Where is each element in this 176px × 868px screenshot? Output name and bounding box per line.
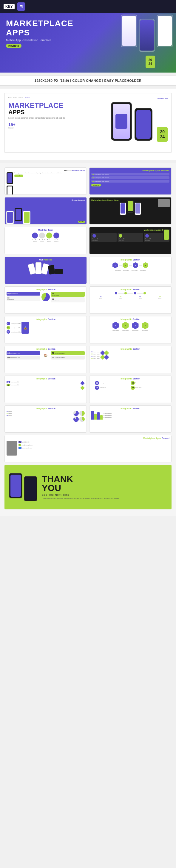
infographic-10: Infographic Section 02 Lorem 03 Lorem 04…: [4, 405, 87, 433]
infographic-11-inner: Infographic Section ● Lorem ipsum ● Lore…: [90, 406, 171, 432]
main-preview-section: Home Contact Features Services Marketpla…: [0, 89, 176, 160]
hex-col-2: 2 Lorem ipsum: [121, 322, 130, 331]
big-hex-3: 3: [132, 322, 139, 329]
hex-col-3: 3 Lorem ipsum: [131, 322, 140, 331]
inf11-i3: ● Lorem ipsum: [103, 416, 170, 418]
svc-phone: [163, 229, 170, 241]
acc-phone-2: [15, 208, 22, 221]
contact-slide: Marketplace Apps Contact 📞 +123 456 789 …: [4, 435, 172, 462]
hero-title-line2: APPS: [6, 28, 66, 37]
inf7-item4: 04 Lorem ipsum: [91, 358, 100, 359]
infographic-11-content: ● Lorem ipsum ● Lorem ipsum ● Lorem ipsu…: [91, 411, 170, 420]
infographic-5-hexes: 1 Lorem ipsum 2 Lorem ipsum 3 Lorem ipsu…: [91, 322, 170, 331]
inf8-item2: 03 Lorem ipsum dolor: [6, 384, 79, 386]
inf10-item1: 02 Lorem: [6, 411, 73, 412]
infographic-title-1: Infographic Section: [91, 259, 170, 261]
account-phones: [6, 211, 30, 224]
features-nav: — — — Marketplace Apps Features: [91, 169, 170, 172]
infographic-title-7: Infographic Section: [91, 348, 170, 350]
disp-phone-1: [120, 203, 126, 215]
inf7-right: [101, 351, 108, 359]
step-03-num: 03: [6, 330, 10, 334]
inf10-item3: 04 Lorem: [6, 415, 73, 416]
main-counter: 15+: [8, 122, 106, 127]
team-members: John Doe Designer Jane Smith Developer M…: [6, 232, 85, 242]
hex-label-1: Lorem ipsum: [111, 330, 120, 331]
bar-2: [94, 414, 97, 420]
infographic-6-center: 🏠: [41, 351, 50, 360]
slide-row-9: Infographic Section 02 Lorem 03 Lorem 04…: [4, 405, 172, 433]
tl-line-2: [127, 293, 133, 293]
team-name-3: Mike Lee: [47, 239, 52, 241]
inf8-shape1: [80, 381, 85, 385]
infographic-7-inner: Infographic Section 01 Lorem ipsum 02 Lo…: [90, 346, 171, 373]
big-hex-1: 1: [112, 322, 119, 329]
team-role-1: Designer: [33, 241, 37, 242]
infographic-6-right: 02Lorem ipsum dolor 04Lorem ipsum dolor: [51, 351, 85, 360]
main-title1: MARKETPLACE: [8, 102, 106, 109]
key-icon: ⊞: [17, 2, 25, 11]
hex-connector-2: [129, 265, 132, 266]
slide-brand: Marketplace Apps: [157, 97, 168, 99]
infographic-7-content: 01 Lorem ipsum 02 Lorem ipsum 03 Lorem i…: [91, 351, 170, 359]
infographic-1-inner: Infographic Section 1 2 3 4 Lorem ipsum …: [90, 257, 171, 284]
contact-nav: Marketplace Apps Contact: [6, 437, 170, 439]
infographic-10-content: 02 Lorem 03 Lorem 04 Lorem: [6, 411, 85, 422]
info-bar: 1920X1080 PX (16:9) | COLOR CHANGE | EAS…: [0, 75, 176, 86]
team-name-4: Sara K: [55, 239, 58, 241]
team-member-2: Jane Smith Developer: [39, 232, 45, 242]
pie-3: [73, 416, 79, 422]
inf8-shapes-col1: [80, 381, 85, 390]
ty-phone-2: [24, 476, 37, 501]
infographic-title-11: Infographic Section: [91, 407, 170, 409]
infographic-6-left: 01Lorem ipsum dolor 03Lorem ipsum dolor: [6, 351, 40, 360]
infographic-title-6: Infographic Section: [6, 348, 85, 350]
avatar-2: [39, 232, 45, 239]
thankyou-line1: THANK: [42, 474, 167, 484]
inf9-item3: 03 Lorem ipsum: [95, 386, 130, 390]
inf8-text2: Lorem ipsum dolor: [11, 384, 19, 386]
slide-nav-links: Home Contact Features Services: [8, 97, 30, 98]
bar-chart: [91, 411, 103, 420]
about-phone-1: [6, 172, 13, 184]
main-phones: [111, 102, 152, 142]
pie-4: [79, 416, 85, 422]
thankyou-see: See You Next Time: [42, 493, 167, 496]
bar-1: [91, 411, 94, 420]
team-name-2: Jane Smith: [39, 239, 45, 241]
inf9-num4: 04: [131, 386, 135, 390]
main-desc: Lorem ipsum dolor sit amet, consectetur …: [8, 117, 106, 120]
step-01: 01 Lorem ipsum dolor: [6, 322, 21, 325]
bar-4: [100, 415, 103, 420]
slide-row-3: Meet Our Team John Doe Designer Jane Smi…: [4, 227, 172, 254]
pie-1: [73, 411, 79, 416]
hex-2: 2: [123, 262, 128, 268]
infographic-title-10: Infographic Section: [6, 407, 85, 409]
infographic-4-content: 01 Lorem ipsum dolor 02 Lorem ipsum dolo…: [6, 322, 85, 334]
ty-phone-1-screen: [10, 474, 21, 497]
hex-4: 4: [143, 262, 148, 268]
team-role-4: Marketing: [54, 241, 58, 242]
inf8-items: 02 Lorem ipsum dolor 03 Lorem ipsum dolo…: [6, 381, 79, 390]
inf8-num2: 03: [6, 384, 10, 386]
hex-connector-3: [139, 265, 142, 266]
infographic-4: Infographic Section 01 Lorem ipsum dolor…: [4, 316, 87, 343]
about-nav: — — — About Our Marketplace Apps: [6, 169, 85, 171]
phone-mock-2: [139, 19, 155, 52]
port-laptop: [55, 269, 62, 274]
thankyou-row: THANK YOU See You Next Time Lorem ipsum …: [4, 465, 172, 509]
infographic-6-inner: Infographic Section 01Lorem ipsum dolor …: [5, 346, 86, 373]
infographic-4-inner: Infographic Section 01 Lorem ipsum dolor…: [5, 316, 86, 343]
thankyou-slide: THANK YOU See You Next Time Lorem ipsum …: [4, 465, 172, 509]
main-preview-slide: Home Contact Features Services Marketpla…: [4, 93, 172, 153]
diamond-4: [104, 355, 109, 360]
feature-2: Lorem ipsum dolor sit amet: [91, 176, 170, 179]
tl-items: 01 Lorem 02 Lorem 03 Lorem 04 Lorem: [91, 296, 170, 299]
inf7-item2: 02 Lorem ipsum: [91, 353, 100, 355]
account-btn: Sign Up: [78, 221, 85, 223]
avatar-4: [53, 232, 59, 239]
infographic-5: Infographic Section 1 Lorem ipsum 2 Lore…: [89, 316, 172, 343]
acc-phone-3: [23, 211, 30, 224]
pie-row-2: [73, 416, 85, 422]
main-counter-label: Screen: [8, 127, 106, 129]
